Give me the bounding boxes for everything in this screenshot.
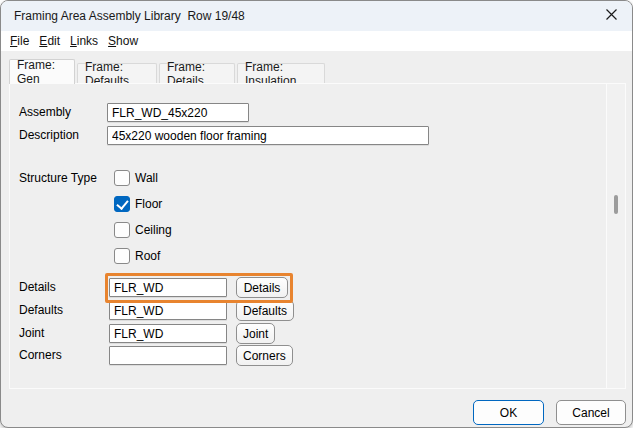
checkbox-row-wall[interactable]: Wall xyxy=(114,169,158,186)
joint-input[interactable] xyxy=(109,324,227,343)
tab-frame-gen[interactable]: Frame: Gen xyxy=(9,59,75,84)
menu-bar: File Edit Links Show xyxy=(1,31,632,51)
vertical-scrollbar[interactable] xyxy=(606,84,625,388)
frame-gen-panel: Assembly Description Structure Type Wall… xyxy=(9,83,626,389)
wall-checkbox[interactable] xyxy=(114,170,130,186)
description-input[interactable] xyxy=(107,126,429,145)
tab-frame-details[interactable]: Frame: Details xyxy=(159,63,235,84)
corners-label: Corners xyxy=(19,346,62,365)
defaults-input[interactable] xyxy=(109,301,227,320)
menu-edit[interactable]: Edit xyxy=(34,33,65,49)
cancel-button[interactable]: Cancel xyxy=(556,400,626,425)
menu-file[interactable]: File xyxy=(5,33,34,49)
scrollbar-thumb[interactable] xyxy=(614,195,618,214)
description-label: Description xyxy=(19,126,79,145)
checkbox-row-roof[interactable]: Roof xyxy=(114,247,160,264)
corners-input[interactable] xyxy=(109,346,227,365)
details-button[interactable]: Details xyxy=(236,277,288,298)
window-title: Framing Area Assembly Library Row 19/48 xyxy=(1,9,245,23)
defaults-button[interactable]: Defaults xyxy=(236,300,294,321)
roof-label: Roof xyxy=(135,249,160,263)
assembly-input[interactable] xyxy=(107,103,249,122)
checkbox-row-ceiling[interactable]: Ceiling xyxy=(114,221,172,238)
details-input[interactable] xyxy=(109,278,227,297)
joint-label: Joint xyxy=(19,324,44,343)
menu-show[interactable]: Show xyxy=(103,33,143,49)
floor-label: Floor xyxy=(135,197,162,211)
close-icon xyxy=(605,8,618,24)
title-bar: Framing Area Assembly Library Row 19/48 xyxy=(1,1,632,31)
menu-links[interactable]: Links xyxy=(65,33,103,49)
ok-button[interactable]: OK xyxy=(473,400,544,425)
ceiling-checkbox[interactable] xyxy=(114,222,130,238)
defaults-label: Defaults xyxy=(19,301,63,320)
checkbox-row-floor[interactable]: Floor xyxy=(114,195,162,212)
roof-checkbox[interactable] xyxy=(114,248,130,264)
close-button[interactable] xyxy=(595,1,627,31)
corners-button[interactable]: Corners xyxy=(236,345,293,366)
details-label: Details xyxy=(19,278,56,297)
dialog-window: Framing Area Assembly Library Row 19/48 … xyxy=(0,0,633,428)
assembly-label: Assembly xyxy=(19,103,71,122)
joint-button[interactable]: Joint xyxy=(236,323,275,344)
ceiling-label: Ceiling xyxy=(135,223,172,237)
tab-frame-insulation[interactable]: Frame: Insulation xyxy=(237,63,325,84)
tab-strip: Frame: Gen Frame: Defaults Frame: Detail… xyxy=(1,51,632,84)
structure-type-label: Structure Type xyxy=(19,169,97,188)
tab-frame-defaults[interactable]: Frame: Defaults xyxy=(77,63,157,84)
floor-checkbox[interactable] xyxy=(114,196,130,212)
wall-label: Wall xyxy=(135,171,158,185)
